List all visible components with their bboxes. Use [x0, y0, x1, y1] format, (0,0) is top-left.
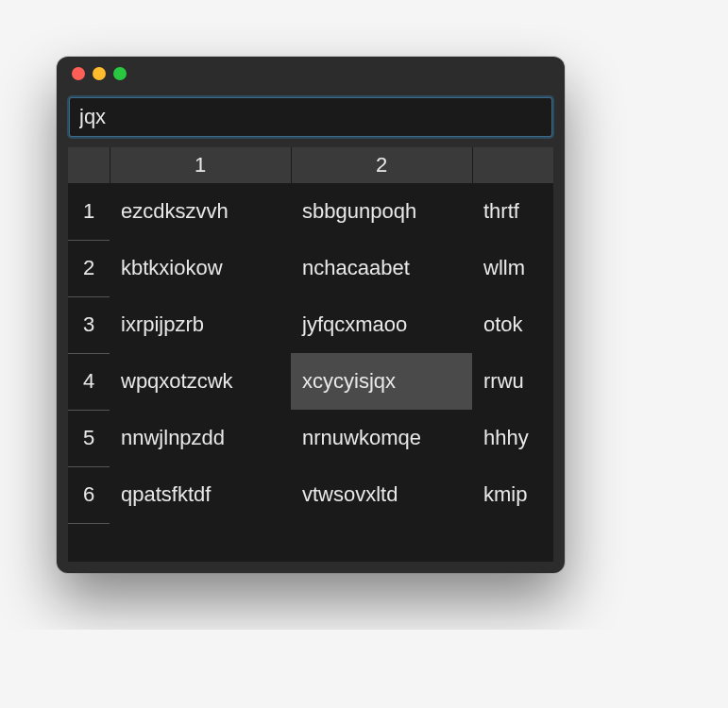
col-header-3[interactable]: 3 [472, 147, 553, 183]
header-row: 1 2 3 [68, 147, 553, 183]
cell[interactable]: ezcdkszvvh [110, 183, 291, 240]
close-icon[interactable] [72, 67, 85, 80]
cell[interactable]: vtwsovxltd [291, 466, 472, 523]
row-header[interactable]: 3 [68, 296, 110, 353]
cell[interactable]: jyfqcxmaoo [291, 296, 472, 353]
row-header[interactable]: 4 [68, 353, 110, 410]
table-row: 2kbtkxiokownchacaabetwllm [68, 240, 553, 296]
col-header-2[interactable]: 2 [291, 147, 472, 183]
col-header-1[interactable]: 1 [110, 147, 291, 183]
cell[interactable]: nnwjlnpzdd [110, 410, 291, 466]
maximize-icon[interactable] [113, 67, 127, 80]
table-row: 5nnwjlnpzddnrnuwkomqehhhy [68, 410, 553, 466]
cell[interactable]: nrnuwkomqe [291, 410, 472, 466]
row-header[interactable]: 5 [68, 410, 110, 466]
cell[interactable]: thrtf [472, 183, 553, 240]
table-row: 3ixrpijpzrbjyfqcxmaoootok [68, 296, 553, 353]
cell[interactable]: ixrpijpzrb [110, 296, 291, 353]
cell[interactable]: otok [472, 296, 553, 353]
data-table: 1 2 3 1ezcdkszvvhsbbgunpoqhthrtf2kbtkxio… [68, 147, 553, 524]
cell[interactable]: sbbgunpoqh [291, 183, 472, 240]
cell[interactable]: hhhy [472, 410, 553, 466]
table-row: 6qpatsfktdfvtwsovxltdkmip [68, 466, 553, 523]
cell[interactable]: kmip [472, 466, 553, 523]
cell[interactable]: wpqxotzcwk [110, 353, 291, 410]
app-window: 1 2 3 1ezcdkszvvhsbbgunpoqhthrtf2kbtkxio… [57, 57, 565, 573]
row-header[interactable]: 1 [68, 183, 110, 240]
cell[interactable]: kbtkxiokow [110, 240, 291, 296]
table-row: 4wpqxotzcwkxcycyisjqxrrwu [68, 353, 553, 410]
cell[interactable]: nchacaabet [291, 240, 472, 296]
cell[interactable]: wllm [472, 240, 553, 296]
cell[interactable]: qpatsfktdf [110, 466, 291, 523]
titlebar [57, 57, 565, 91]
row-header[interactable]: 6 [68, 466, 110, 523]
search-container [57, 91, 565, 147]
corner-cell [68, 147, 110, 183]
table-row: 1ezcdkszvvhsbbgunpoqhthrtf [68, 183, 553, 240]
table-container[interactable]: 1 2 3 1ezcdkszvvhsbbgunpoqhthrtf2kbtkxio… [68, 147, 553, 562]
row-header[interactable]: 2 [68, 240, 110, 296]
cell[interactable]: xcycyisjqx [291, 353, 472, 410]
minimize-icon[interactable] [93, 67, 106, 80]
search-input[interactable] [68, 96, 553, 138]
cell[interactable]: rrwu [472, 353, 553, 410]
